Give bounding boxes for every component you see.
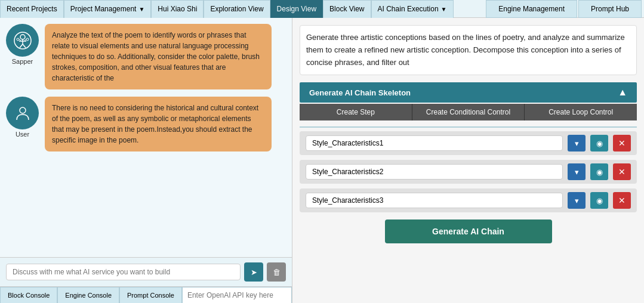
step-eye-2[interactable]: ◉ <box>590 163 608 180</box>
left-panel: Sapper Analyze the text of the poem to i… <box>0 18 292 303</box>
description-text: Generate three artistic conceptions base… <box>300 25 637 75</box>
step-delete-1[interactable]: ✕ <box>613 135 631 152</box>
message-bubble-sapper: Analyze the text of the poem to identify… <box>45 24 272 89</box>
arrow-down-icon-3: ▾ <box>575 196 579 205</box>
message-bubble-user: There is no need to considering the hist… <box>45 97 272 152</box>
step-arrow-down-2[interactable]: ▾ <box>568 163 586 180</box>
chevron-up-icon[interactable]: ▲ <box>618 87 627 98</box>
right-panel: Generate three artistic conceptions base… <box>292 18 644 303</box>
step-input-3[interactable] <box>306 193 563 208</box>
step-row-2: ▾ ◉ ✕ <box>300 160 637 184</box>
svg-point-1 <box>20 35 25 39</box>
chat-input[interactable] <box>6 264 241 280</box>
send-button[interactable]: ➤ <box>244 262 263 282</box>
x-icon: ✕ <box>618 138 625 148</box>
svg-point-6 <box>17 38 19 41</box>
tab-exploration-view[interactable]: Exploration View <box>204 0 270 18</box>
eye-icon: ◉ <box>596 139 603 148</box>
sapper-avatar-col: Sapper <box>6 24 39 65</box>
step-row-3: ▾ ◉ ✕ <box>300 188 637 212</box>
trash-icon: 🗑 <box>273 268 281 277</box>
arrow-down-icon-2: ▾ <box>575 168 579 177</box>
step-input-2[interactable] <box>306 164 563 180</box>
divider <box>300 126 637 128</box>
svg-line-5 <box>23 44 26 48</box>
x-icon-3: ✕ <box>618 196 625 205</box>
eye-icon-3: ◉ <box>596 196 603 205</box>
create-conditional-button[interactable]: Create Conditional Control <box>412 104 525 120</box>
user-avatar-col: User <box>6 97 39 138</box>
step-eye-3[interactable]: ◉ <box>590 192 608 209</box>
user-label: User <box>16 131 29 138</box>
message-row-user: User There is no need to considering the… <box>6 97 286 152</box>
tab-engine-management[interactable]: Engine Management <box>486 0 577 18</box>
svg-point-7 <box>26 38 29 41</box>
step-input-1[interactable] <box>306 135 563 151</box>
nav-left: Recent Projects Project Management ▼ Hui… <box>0 0 486 18</box>
step-delete-3[interactable]: ✕ <box>613 192 631 209</box>
step-row-1: ▾ ◉ ✕ <box>300 131 637 155</box>
generate-ai-chain-button[interactable]: Generate AI Chain <box>385 219 552 243</box>
x-icon-2: ✕ <box>618 167 625 177</box>
delete-button[interactable]: 🗑 <box>267 262 286 282</box>
engine-console-tab[interactable]: Engine Console <box>57 287 119 304</box>
tab-project-management[interactable]: Project Management ▼ <box>64 0 152 18</box>
svg-point-10 <box>20 107 26 113</box>
api-key-input[interactable] <box>182 287 292 304</box>
main-area: Sapper Analyze the text of the poem to i… <box>0 18 644 303</box>
tab-prompt-hub[interactable]: Prompt Hub <box>578 0 642 18</box>
step-controls: Create Step Create Conditional Control C… <box>300 104 637 120</box>
chat-input-area: ➤ 🗑 <box>0 257 292 286</box>
step-arrow-down-1[interactable]: ▾ <box>568 135 586 152</box>
step-eye-1[interactable]: ◉ <box>590 135 608 152</box>
svg-line-8 <box>19 39 21 41</box>
nav-right: Engine Management Prompt Hub <box>486 0 644 18</box>
chevron-down-icon: ▼ <box>138 6 144 13</box>
message-row: Sapper Analyze the text of the poem to i… <box>6 24 286 89</box>
send-icon: ➤ <box>251 268 257 277</box>
prompt-console-tab[interactable]: Prompt Console <box>119 287 182 304</box>
chevron-down-icon-2: ▼ <box>441 6 447 13</box>
avatar <box>6 24 39 57</box>
tab-block-view[interactable]: Block View <box>323 0 371 18</box>
user-avatar <box>6 97 39 129</box>
svg-line-9 <box>24 39 26 41</box>
tab-hui-xiao-shi[interactable]: Hui Xiao Shi <box>151 0 204 18</box>
block-console-tab[interactable]: Block Console <box>0 287 57 304</box>
svg-line-4 <box>20 44 23 48</box>
tab-recent-projects[interactable]: Recent Projects <box>0 0 64 18</box>
skeleton-title: Generate AI Chain Skeleton <box>309 88 411 97</box>
create-loop-button[interactable]: Create Loop Control <box>525 104 637 120</box>
right-content: Generate three artistic conceptions base… <box>292 18 644 303</box>
top-navigation: Recent Projects Project Management ▼ Hui… <box>0 0 644 18</box>
tab-ai-chain-execution[interactable]: AI Chain Execution ▼ <box>371 0 454 18</box>
skeleton-header: Generate AI Chain Skeleton ▲ <box>300 82 637 103</box>
create-step-button[interactable]: Create Step <box>300 104 412 120</box>
sapper-label: Sapper <box>12 58 33 65</box>
console-bar: Block Console Engine Console Prompt Cons… <box>0 286 292 303</box>
eye-icon-2: ◉ <box>596 168 603 177</box>
tab-design-view[interactable]: Design View <box>270 0 323 18</box>
chat-messages: Sapper Analyze the text of the poem to i… <box>0 18 292 257</box>
step-delete-2[interactable]: ✕ <box>613 163 631 180</box>
step-arrow-down-3[interactable]: ▾ <box>568 192 586 209</box>
arrow-down-icon: ▾ <box>575 139 579 148</box>
